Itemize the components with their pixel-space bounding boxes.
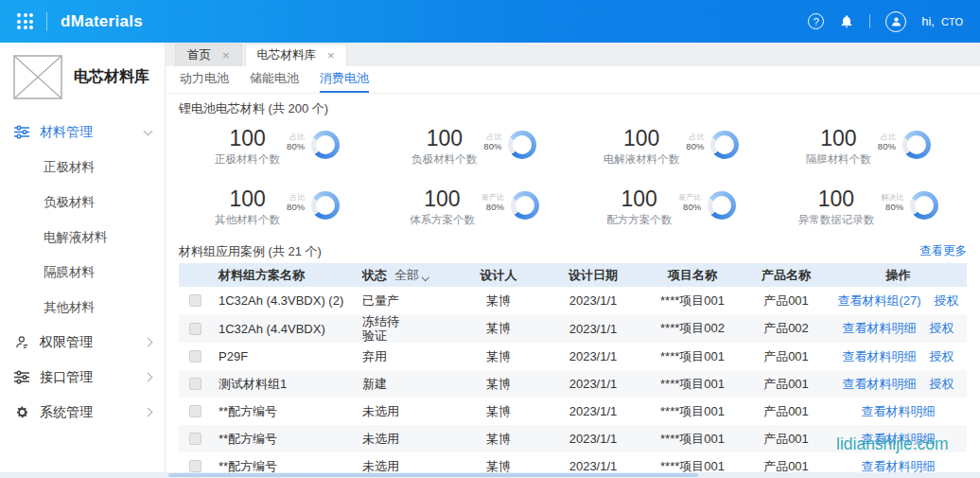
- stat-label: 配方方案个数: [606, 213, 672, 227]
- sidebar-subitem[interactable]: 正极材料: [0, 150, 165, 185]
- sidebar: 电芯材料库 材料管理 正极材料负极材料电解液材料隔膜材料其他材料 权限管理: [0, 43, 166, 478]
- row-product: 产品001: [743, 348, 830, 365]
- table-row[interactable]: **配方编号 未选用 某博 2023/1/1 ****项目001 产品001 查…: [179, 398, 967, 425]
- row-date: 2023/1/1: [544, 293, 642, 308]
- stat-value: 100: [798, 187, 875, 211]
- user-role: CTO: [941, 16, 963, 27]
- tab-label: 电芯材料库: [257, 47, 317, 63]
- close-icon[interactable]: ×: [222, 49, 230, 62]
- row-name: 测试材料组1: [211, 376, 362, 393]
- stat-label: 异常数据记录数: [798, 213, 875, 227]
- table-header: 材料组方案名称 状态 全部 设计人 设计日期 项目名称 产品名称 操作: [179, 263, 967, 287]
- authorize-link[interactable]: 授权: [930, 376, 954, 393]
- app-grid-icon[interactable]: [17, 13, 33, 29]
- scrollbar-thumb[interactable]: [168, 473, 698, 477]
- chevron-right-icon: [144, 338, 153, 347]
- sliders-icon: [13, 370, 30, 384]
- status-filter-dropdown[interactable]: 全部: [394, 268, 428, 282]
- sidebar-item-label: 权限管理: [40, 334, 93, 351]
- col-designer: 设计人: [453, 267, 544, 284]
- row-checkbox[interactable]: [189, 433, 201, 445]
- stat-ratio-label: 量产比: [678, 193, 701, 202]
- person-icon: [13, 335, 30, 349]
- row-product: 产品002: [743, 320, 830, 337]
- stat-ratio-value: 80%: [881, 202, 903, 212]
- close-icon[interactable]: ×: [327, 49, 335, 62]
- table-row[interactable]: 测试材料组1 新建 某博 2023/1/1 ****项目001 产品001 查看…: [179, 370, 967, 398]
- battery-type-tabs: 动力电池 储能电池 消费电池: [166, 66, 980, 94]
- tab-home[interactable]: 首页 ×: [175, 44, 242, 66]
- stat-value: 100: [410, 187, 475, 211]
- sliders-icon: [13, 125, 30, 139]
- sidebar-subitem[interactable]: 隔膜材料: [0, 255, 165, 290]
- stat-value: 100: [606, 187, 672, 211]
- stat-ratio-label: 占比: [287, 133, 305, 141]
- avatar-icon[interactable]: [885, 11, 906, 32]
- stat-card: 100 其他材料个数 占比 80%: [179, 181, 376, 234]
- tab-material-library[interactable]: 电芯材料库 ×: [245, 44, 347, 66]
- stat-label: 正极材料个数: [215, 152, 280, 167]
- row-name: 1C32Ah (4.4VBDX): [211, 322, 362, 336]
- stat-label: 其他材料个数: [215, 213, 280, 227]
- sidebar-item-material-management[interactable]: 材料管理: [0, 115, 165, 150]
- authorize-link[interactable]: 授权: [930, 320, 954, 337]
- stats-section: 锂电池电芯材料 (共 200 个) 100 正极材料个数 占比 80% 100 …: [166, 94, 980, 239]
- table-row[interactable]: **配方编号 未选用 某博 2023/1/1 ****项目001 产品001 查…: [179, 425, 967, 452]
- sidebar-subitem[interactable]: 负极材料: [0, 185, 165, 220]
- row-checkbox[interactable]: [189, 350, 201, 363]
- stat-ratio-value: 80%: [483, 141, 501, 151]
- sidebar-item-permission-management[interactable]: 权限管理: [0, 325, 165, 360]
- subtab-consumer-battery[interactable]: 消费电池: [320, 66, 369, 93]
- donut-chart: [508, 131, 536, 159]
- view-more-link[interactable]: 查看更多: [919, 243, 967, 259]
- stat-ratio-value: 80%: [287, 202, 305, 212]
- table-row[interactable]: P29F 弃用 某博 2023/1/1 ****项目001 产品001 查看材料…: [179, 343, 967, 370]
- view-material-link[interactable]: 查看材料明细: [843, 320, 917, 337]
- row-checkbox[interactable]: [189, 460, 201, 472]
- row-checkbox[interactable]: [189, 323, 201, 335]
- row-project: ****项目001: [642, 348, 743, 365]
- stat-ratio-value: 80%: [686, 141, 704, 151]
- col-project: 项目名称: [642, 267, 743, 284]
- stat-ratio-value: 80%: [878, 141, 896, 151]
- cases-title: 材料组应用案例 (共 21 个): [179, 243, 322, 260]
- authorize-link[interactable]: 授权: [935, 292, 959, 310]
- row-status: 弃用: [362, 349, 387, 363]
- row-checkbox[interactable]: [189, 294, 201, 307]
- bell-icon[interactable]: [839, 14, 854, 29]
- authorize-link[interactable]: 授权: [930, 348, 954, 365]
- stat-ratio-label: 占比: [686, 133, 704, 141]
- user-info[interactable]: hi, CTO: [921, 14, 963, 28]
- chevron-right-icon: [144, 408, 153, 417]
- row-checkbox[interactable]: [189, 378, 201, 390]
- view-material-link[interactable]: 查看材料明细: [862, 403, 936, 420]
- view-material-link[interactable]: 查看材料明细: [843, 376, 917, 393]
- status-filter-value: 全部: [394, 268, 419, 282]
- sidebar-item-system-management[interactable]: 系统管理: [0, 395, 165, 430]
- view-material-link[interactable]: 查看材料明细: [862, 431, 936, 448]
- sidebar-subitem[interactable]: 电解液材料: [0, 220, 165, 255]
- view-material-link[interactable]: 查看材料组(27): [837, 292, 920, 310]
- stat-ratio-label: 量产比: [481, 193, 504, 202]
- row-project: ****项目002: [642, 320, 743, 337]
- stats-grid: 100 正极材料个数 占比 80% 100 负极材料个数 占比 80% 100 …: [179, 120, 967, 234]
- sidebar-item-interface-management[interactable]: 接口管理: [0, 360, 165, 395]
- image-placeholder-icon: [13, 55, 62, 99]
- help-icon[interactable]: ?: [808, 13, 824, 29]
- row-project: ****项目001: [642, 376, 743, 393]
- row-status: 已量产: [362, 293, 399, 308]
- col-product: 产品名称: [743, 267, 830, 284]
- row-product: 产品001: [743, 403, 830, 420]
- row-name: 1C32Ah (4.3VBDX) (2): [211, 293, 362, 308]
- view-material-link[interactable]: 查看材料明细: [843, 348, 917, 365]
- subtab-storage-battery[interactable]: 储能电池: [250, 66, 299, 93]
- chevron-down-icon: [144, 126, 153, 135]
- subtab-power-battery[interactable]: 动力电池: [180, 66, 229, 93]
- stat-card: 100 配方方案个数 量产比 80%: [573, 181, 770, 234]
- sidebar-subitem[interactable]: 其他材料: [0, 290, 165, 325]
- horizontal-scrollbar[interactable]: [0, 472, 980, 478]
- row-checkbox[interactable]: [189, 405, 201, 417]
- top-header: dMaterials ? hi, CTO: [0, 0, 980, 43]
- table-row[interactable]: 1C32Ah (4.4VBDX) 冻结待验证 某博 2023/1/1 ****项…: [179, 314, 967, 343]
- table-row[interactable]: 1C32Ah (4.3VBDX) (2) 已量产 某博 2023/1/1 ***…: [179, 287, 967, 314]
